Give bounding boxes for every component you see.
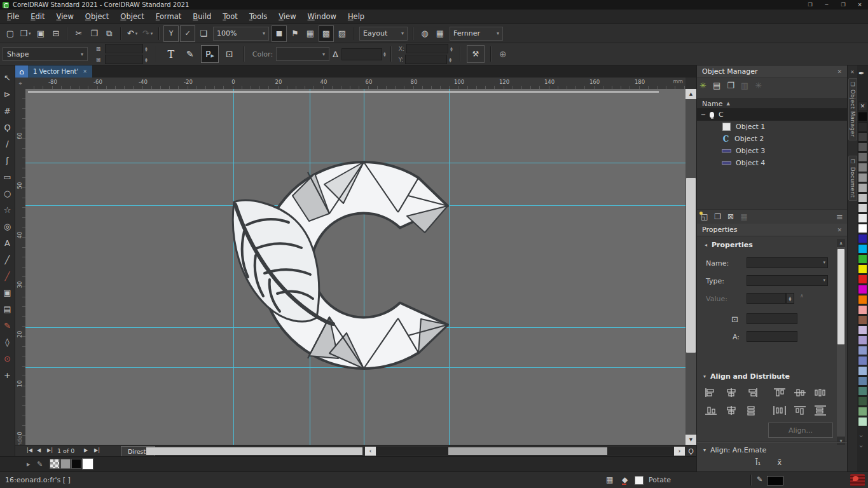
value-field[interactable] <box>747 293 786 304</box>
new-master-layer-button[interactable]: ❐ <box>714 212 721 221</box>
paste-selection-button[interactable]: ▥ <box>741 81 748 90</box>
undo-button[interactable]: ↶▾ <box>125 26 139 41</box>
object-row[interactable]: CObject 2 <box>697 133 847 145</box>
publish-button[interactable]: ❏ <box>196 26 210 41</box>
close-icon[interactable]: ✕ <box>837 227 842 233</box>
shape-preset-select[interactable]: Shape ▾ <box>3 47 88 61</box>
zoom-tool-button[interactable]: Ϙ <box>685 447 696 456</box>
menu-toot[interactable]: Toot <box>217 10 244 23</box>
dimension-tool[interactable]: ╱ <box>1 268 15 284</box>
menu-build[interactable]: Build <box>187 10 217 23</box>
minimize-button[interactable]: ─ <box>818 0 835 10</box>
new-layer-button[interactable]: ◱ <box>701 212 708 221</box>
remove-node-icon[interactable]: ⧈ <box>94 55 103 64</box>
menu-file[interactable]: File <box>1 10 25 23</box>
close-icon[interactable]: ✕ <box>837 69 842 75</box>
type-field[interactable]: ▾ <box>747 275 828 286</box>
eyedropper-tool[interactable]: ⊙ <box>1 350 15 367</box>
ellipse-tool[interactable]: ○ <box>1 185 15 201</box>
show-grid-button[interactable]: ▦ <box>303 26 317 41</box>
text-button[interactable]: T <box>163 46 179 62</box>
menu-window[interactable]: Window <box>302 10 342 23</box>
pen-button[interactable]: ✎ <box>182 46 198 62</box>
bezier-tool[interactable]: ʃ <box>1 152 15 168</box>
palette-swatch-23[interactable] <box>858 336 867 345</box>
palette-swatch-14[interactable] <box>858 244 867 254</box>
object-row[interactable]: Object 4 <box>697 157 847 169</box>
name-column-header[interactable]: Name ▲ <box>697 98 847 109</box>
first-page-button[interactable]: |◀ <box>27 447 32 453</box>
fill-color-icon[interactable]: ◆ <box>622 475 628 484</box>
snap-to-grid-button[interactable]: ▩ <box>319 25 334 42</box>
open-button[interactable]: ❒▾ <box>18 26 32 41</box>
palette-swatch-31[interactable] <box>858 417 867 426</box>
align-center-horizontal-button[interactable] <box>722 385 740 400</box>
x-field[interactable] <box>406 44 448 53</box>
palette-swatch-20[interactable] <box>858 305 867 315</box>
spinner-icon[interactable]: ▲▼ <box>383 51 386 57</box>
horizontal-scroll-track-light[interactable] <box>146 447 362 455</box>
palette-scroll-icon[interactable]: › <box>858 445 865 448</box>
polygon-tool[interactable]: ☆ <box>1 201 15 218</box>
frame-tool[interactable]: ▤ <box>1 301 15 317</box>
align-animate-icon[interactable]: Ī₁ <box>755 458 761 467</box>
angle-field[interactable] <box>341 48 382 60</box>
palette-swatch-12[interactable] <box>858 224 867 233</box>
scroll-left-button[interactable]: ‹ <box>365 447 376 456</box>
horizontal-ruler[interactable]: -80-60-40-20020406080100120140160180mm <box>25 78 685 90</box>
show-rulers-button[interactable]: ⚑ <box>288 26 302 41</box>
scroll-down-button[interactable]: ▼ <box>685 435 696 445</box>
align-top-button[interactable] <box>771 385 789 400</box>
align-dialog-button[interactable]: Align... <box>768 423 833 438</box>
layout-select[interactable]: Eayout▾ <box>359 27 408 41</box>
expand-arrow-icon[interactable]: ▸ <box>27 460 31 468</box>
palette-swatch-21[interactable] <box>858 315 867 325</box>
param-field-top[interactable] <box>105 44 143 53</box>
outline-pen-icon[interactable]: ✎ <box>757 475 762 484</box>
scroll-down-button[interactable]: ∨ <box>837 437 845 445</box>
collapse-icon[interactable]: − <box>699 111 707 118</box>
palette-swatch-9[interactable] <box>858 193 867 203</box>
show-object-properties-button[interactable]: ✳ <box>699 81 706 90</box>
palette-swatch-15[interactable] <box>858 254 867 264</box>
palette-swatch-3[interactable] <box>858 132 867 142</box>
ruler-origin-corner[interactable]: ⌖ <box>15 78 26 90</box>
crosshair-tool[interactable]: + <box>1 367 15 383</box>
palette-swatch-7[interactable] <box>858 173 867 182</box>
crop-tool[interactable]: # <box>1 102 15 119</box>
view-toggle-button[interactable]: ❒ <box>802 0 818 10</box>
fernner-select[interactable]: Fernner▾ <box>450 27 503 41</box>
layer-row-c[interactable]: − C <box>697 109 847 121</box>
last-page-button[interactable]: ▶| <box>94 447 100 453</box>
cut-button[interactable]: ✂ <box>72 26 86 41</box>
align-bottom-button[interactable] <box>702 403 720 418</box>
tab-object-manager[interactable]: ❏ Object Manager <box>848 78 857 140</box>
menu-view[interactable]: View <box>51 10 79 23</box>
palette-swatch-29[interactable] <box>858 396 867 406</box>
menu-object[interactable]: Object <box>79 10 114 23</box>
menu-object[interactable]: Object <box>114 10 149 23</box>
save-button[interactable]: ▣ <box>34 26 48 41</box>
tab-document[interactable]: ❐ Document <box>848 156 857 201</box>
line-tool[interactable]: ╱ <box>1 251 15 268</box>
scroll-up-button[interactable]: ∧ <box>837 239 845 247</box>
shape-tool[interactable]: ⊳ <box>1 86 15 102</box>
menu-edit[interactable]: Edit <box>25 10 50 23</box>
outline-color-swatch[interactable] <box>767 476 783 485</box>
align-center-page-button[interactable] <box>722 403 740 418</box>
fill-tool[interactable]: ◊ <box>1 334 15 350</box>
launch-web-button[interactable]: ◍ <box>418 26 432 41</box>
zoom-tool[interactable]: Ϙ <box>1 119 15 135</box>
grid-icon[interactable]: ▦ <box>606 475 613 484</box>
panel-scroll-thumb[interactable] <box>837 249 844 344</box>
palette-swatch-22[interactable] <box>858 325 867 335</box>
align-section-header[interactable]: ▾ Align and Distribute <box>703 372 790 381</box>
palette-swatch-0[interactable]: ✕ <box>858 102 867 111</box>
close-icon[interactable]: ✕ <box>850 69 855 75</box>
new-document-button[interactable]: ▢ <box>3 26 17 41</box>
close-icon[interactable]: ✕ <box>83 69 87 74</box>
redo-button[interactable]: ↷▾ <box>141 26 155 41</box>
spinner-icon[interactable]: ▲▼ <box>450 46 453 51</box>
properties-section-header[interactable]: ◂ Properties <box>705 241 753 249</box>
spiral-tool[interactable]: ◎ <box>1 218 15 234</box>
